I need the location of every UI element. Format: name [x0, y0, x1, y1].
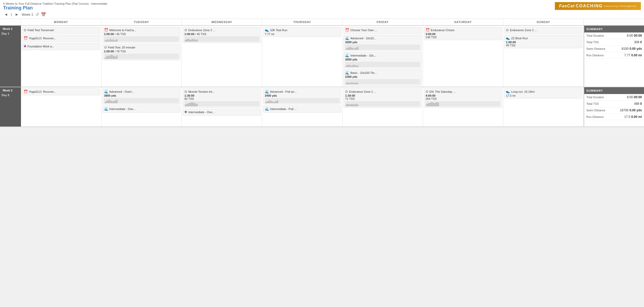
week1-saturday: ⏰ Endurance Choice 3:00:00 146 TSS [423, 26, 503, 87]
swim-icon: 🌊 [265, 107, 269, 111]
summary-swim-row: Swim Distance 8100 0.00 yds [584, 46, 644, 52]
activity-title: Z2 Brick Run [511, 37, 528, 40]
activity-card[interactable]: 🌊 Basic - 10x100 Thr... 2300 yds [344, 69, 422, 86]
activity-card[interactable]: ⏰ Endurance Choice 3:00:00 146 TSS [424, 27, 502, 40]
summary-label: SUMMARY [586, 28, 603, 31]
activity-card[interactable]: ⊙ Muscle Tension Int... 1:30:00 82 TSS [183, 88, 261, 108]
summary-duration-row: Total Duration 6:00 00:00 [584, 32, 644, 39]
activity-card[interactable]: ⊙ Endurance Zone 2 ... [504, 27, 582, 34]
activity-card[interactable]: 🌊 Advanced - Over/... 3800 yds [103, 88, 181, 105]
calendar-button[interactable]: 📅 [41, 12, 46, 17]
activity-card[interactable]: 👟 Long run: 15-18mi 17.5 mi [504, 88, 582, 98]
activity-card[interactable]: ⏰ Welcome to FasCa... 1:00:00 / 45 TSS [103, 27, 181, 43]
activity-card[interactable]: 🌊 Intermediate - Ove... [103, 106, 181, 113]
activity-meta: 3:00:00 [426, 32, 501, 36]
swim-icon: 🌊 [345, 53, 349, 57]
activity-title: Long run: 15-18mi [511, 90, 534, 93]
strength-icon: ✚ [24, 44, 26, 48]
activity-card[interactable]: ⊙ Field Test Tomorrow! [22, 27, 100, 34]
activity-meta: 17.5 mi [506, 94, 581, 97]
week2-saturday: ⊙ EN: The Saturday ... 4:00:00 264 TSS [423, 87, 503, 127]
activity-card[interactable]: 👟 10K Test Run 7.77 mi [263, 27, 341, 37]
activity-card[interactable]: 👟 Z2 Brick Run 1:00:00 40 TSS [504, 35, 582, 48]
week2-tuesday: 🌊 Advanced - Over/... 3800 yds 🌊 [101, 87, 182, 127]
mini-chart [184, 101, 259, 106]
next-week-button[interactable]: ► [14, 12, 20, 17]
yoga-icon: ⏰ [24, 36, 28, 40]
mini-chart [345, 62, 420, 67]
week-2-row: Week 2 Day 8 ⏰ YogaGLO: Recover... 🌊 Ad [0, 87, 644, 127]
activity-meta: 7.77 mi [265, 32, 340, 36]
activity-card[interactable]: ⏰ Choose Your Own ... [344, 27, 422, 34]
tuesday-header: TUESDAY [101, 19, 182, 25]
activity-card[interactable]: 🌊 Intermediate - 10x... 2600 yds [344, 52, 422, 68]
activity-card[interactable]: ⊙ Field Test: 20 minuter 1:00:00 / 78 TS… [103, 44, 181, 60]
menu-icon[interactable]: ≡ [640, 27, 642, 31]
swim-value-2: 18700 0.00 yds [620, 108, 642, 112]
summary-duration-row-2: Total Duration 8:00 00:00 [584, 94, 644, 101]
activity-tss: 146 TSS [426, 36, 501, 39]
activity-card[interactable]: ✚ Foundation Work a... [22, 43, 100, 50]
swim-label: Swim Distance [586, 47, 605, 50]
activity-title: Welcome to FasCa... [109, 29, 136, 32]
week1-monday: ⊙ Field Test Tomorrow! ⏰ YogaGLO: Recove… [21, 26, 101, 87]
summary-label-2: SUMMARY [586, 89, 603, 92]
swim-icon: 🌊 [104, 107, 108, 111]
activity-card[interactable]: 🌊 Intermediate - Pull ... [263, 106, 341, 113]
top-header: 6 Weeks to Your Full Distance Triathlon … [0, 0, 644, 19]
activity-card[interactable]: 🌊 Advanced - Pull an... 3400 yds [263, 88, 341, 105]
activity-meta: 2600 yds [345, 58, 420, 61]
activity-meta: 1:00:00 / 45 TSS [104, 32, 179, 36]
activity-meta: 2300 yds [345, 75, 420, 78]
swim-label-2: Swim Distance [586, 109, 605, 112]
activity-title: Intermediate - Ove... [188, 111, 214, 114]
mini-chart [104, 98, 179, 103]
activity-card[interactable]: ⏰ YogaGLO: Recover... [22, 88, 100, 95]
logo-coaching: COACHING [576, 4, 603, 8]
activity-card[interactable]: ⊙ Endurance Zone 2 ... 1:00:00 / 45 TSS [183, 27, 261, 43]
activity-title: Intermediate - Pull ... [270, 107, 297, 111]
summary-tss-row-2: Total TSS 488 0 [584, 101, 644, 107]
activity-title: Advanced - Over/... [109, 90, 134, 93]
week2-friday: ⊙ Endurance Zone 2 ... 1:30:00 71 TSS [342, 87, 423, 127]
cycling-icon: ⊙ [345, 90, 348, 94]
run-label-2: Run Distance [586, 115, 604, 118]
activity-title: Advanced - Pull an... [270, 90, 297, 93]
day-8-tag: Day 8 [2, 94, 9, 97]
activity-meta: 1:30:00 [184, 94, 259, 97]
activity-card[interactable]: ⏰ YogaGLO: Recover... [22, 35, 100, 42]
refresh-button[interactable]: ↺ [35, 12, 39, 17]
activity-title: Endurance Zone 2 ... [349, 90, 376, 93]
activity-card[interactable]: 🌊 Advanced - 10x10... 3200 yds [344, 35, 422, 51]
duration-value-2: 8:00 00:00 [627, 95, 642, 99]
run-icon: 👟 [265, 28, 269, 32]
activity-title: Intermediate - 10x... [350, 54, 376, 57]
strength-icon: ✚ [184, 110, 187, 114]
menu-icon-2[interactable]: ≡ [640, 89, 642, 93]
cycling-icon: ⊙ [426, 90, 428, 94]
run-label: Run Distance [586, 54, 604, 57]
cycling-icon: ⊙ [24, 28, 26, 32]
summary-col-header [584, 19, 644, 25]
swim-icon: 🌊 [345, 36, 349, 40]
activity-title: EN: The Saturday ... [430, 90, 455, 93]
tss-value-2: 488 0 [634, 102, 642, 106]
activity-card[interactable]: ✚ Intermediate - Ove... [183, 109, 261, 116]
logo-area: FasCat COACHING Powered by TrainingPeaks [555, 2, 641, 10]
week1-thursday: 👟 10K Test Run 7.77 mi [262, 26, 343, 87]
calendar-wrapper: MONDAY TUESDAY WEDNESDAY THURSDAY FRIDAY… [0, 19, 644, 127]
activity-card[interactable]: ⊙ EN: The Saturday ... 4:00:00 264 TSS [424, 88, 502, 108]
activity-title: Field Test: 20 minuter [108, 46, 136, 49]
activity-card[interactable]: ⊙ Endurance Zone 2 ... 1:30:00 71 TSS [344, 88, 422, 108]
duration-label: Total Duration [586, 34, 604, 37]
friday-header: FRIDAY [342, 19, 423, 25]
logo-fascat: FasCat [559, 4, 575, 8]
prev-week-button[interactable]: ◄ [3, 12, 9, 17]
week2-monday: ⏰ YogaGLO: Recover... [21, 87, 101, 127]
week1-wednesday: ⊙ Endurance Zone 2 ... 1:00:00 / 45 TSS [182, 26, 262, 87]
week1-sunday: ⊙ Endurance Zone 2 ... 👟 Z2 Brick Run 1:… [503, 26, 584, 87]
mini-chart [345, 45, 420, 50]
duration-value: 6:00 00:00 [627, 34, 642, 37]
cycling-icon: ⊙ [184, 90, 187, 94]
week1-tuesday: ⏰ Welcome to FasCa... 1:00:00 / 45 TSS [101, 26, 182, 87]
